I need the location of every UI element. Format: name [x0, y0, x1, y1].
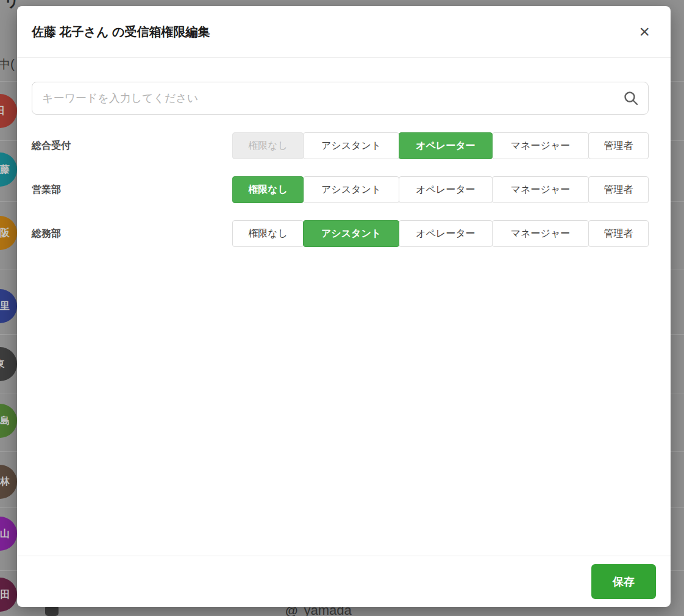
permission-option-assistant[interactable]: アシスタント [303, 132, 399, 159]
background-partial-text: 中( [0, 56, 15, 73]
permission-option-manager[interactable]: マネージャー [492, 176, 589, 203]
permission-option-manager[interactable]: マネージャー [492, 220, 589, 247]
permission-option-assistant[interactable]: アシスタント [303, 176, 399, 203]
permission-row-general-affairs-dept: 総務部 権限なし アシスタント オペレーター マネージャー 管理者 [32, 220, 649, 247]
avatar: 佐藤 [0, 152, 17, 187]
avatar: 大阪 [0, 216, 17, 250]
search-input[interactable] [32, 82, 649, 115]
permission-segmented-control: 権限なし アシスタント オペレーター マネージャー 管理者 [232, 220, 649, 247]
modal-title: 佐藤 花子さん の受信箱権限編集 [32, 24, 210, 40]
close-icon[interactable]: × [635, 21, 654, 42]
department-label: 総務部 [32, 227, 61, 240]
modal-footer: 保存 [17, 556, 671, 607]
permission-option-admin[interactable]: 管理者 [588, 220, 649, 247]
avatar: 山田 [0, 578, 17, 612]
search-field-wrapper [32, 82, 649, 115]
avatar: 大島 [0, 404, 17, 438]
permission-option-none[interactable]: 権限なし [232, 132, 304, 159]
avatar: 東 [0, 347, 17, 381]
avatar: 小林 [0, 465, 17, 499]
permission-option-operator[interactable]: オペレーター [399, 220, 493, 247]
permission-option-admin[interactable]: 管理者 [588, 176, 649, 203]
avatar: 田 [0, 94, 17, 128]
permission-row-sales-dept: 営業部 権限なし アシスタント オペレーター マネージャー 管理者 [32, 176, 649, 203]
permission-option-operator[interactable]: オペレーター [399, 176, 493, 203]
permission-option-admin[interactable]: 管理者 [588, 132, 649, 159]
department-label: 営業部 [32, 184, 61, 196]
permission-option-operator[interactable]: オペレーター [399, 132, 493, 159]
permission-option-none[interactable]: 権限なし [232, 220, 304, 247]
inbox-permission-modal: 佐藤 花子さん の受信箱権限編集 × 総合受付 権限なし アシスタント オペレー… [17, 6, 671, 607]
permission-segmented-control: 権限なし アシスタント オペレーター マネージャー 管理者 [232, 176, 649, 203]
permission-option-none[interactable]: 権限なし [232, 176, 304, 203]
modal-body: 総合受付 権限なし アシスタント オペレーター マネージャー 管理者 営業部 権… [17, 58, 671, 247]
permission-option-manager[interactable]: マネージャー [492, 132, 589, 159]
permission-option-assistant[interactable]: アシスタント [303, 220, 399, 247]
avatar: 海里 [0, 289, 17, 323]
modal-header: 佐藤 花子さん の受信箱権限編集 × [17, 6, 671, 58]
search-icon [623, 90, 639, 106]
save-button[interactable]: 保存 [591, 564, 656, 599]
department-label: 総合受付 [32, 140, 71, 152]
permission-rows: 総合受付 権限なし アシスタント オペレーター マネージャー 管理者 営業部 権… [32, 132, 649, 247]
permission-segmented-control: 権限なし アシスタント オペレーター マネージャー 管理者 [232, 132, 649, 159]
avatar: 岡山 [0, 517, 17, 551]
permission-row-general-reception: 総合受付 権限なし アシスタント オペレーター マネージャー 管理者 [32, 132, 649, 159]
